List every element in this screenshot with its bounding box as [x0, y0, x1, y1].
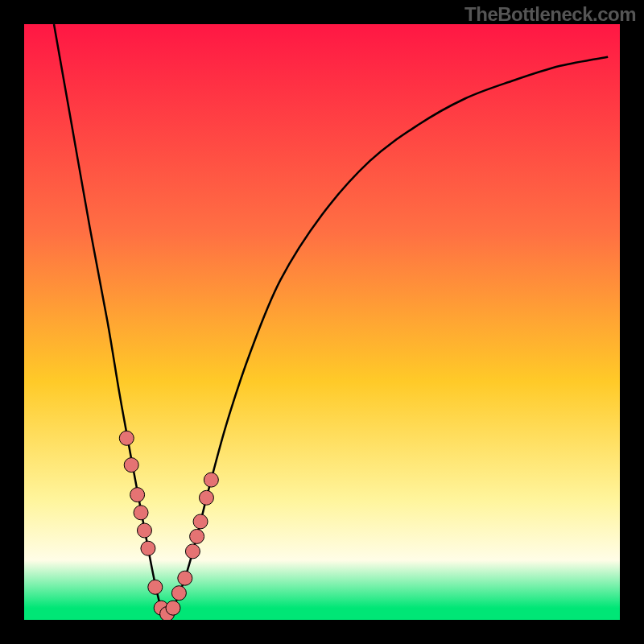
highlight-dot	[193, 514, 208, 529]
gradient-background	[24, 24, 620, 620]
highlight-dot	[171, 586, 186, 601]
highlight-dot	[137, 523, 151, 538]
highlight-dot	[119, 431, 134, 445]
highlight-dot	[199, 490, 213, 505]
chart-frame: TheBottleneck.com	[0, 0, 644, 644]
highlight-dot	[190, 529, 204, 543]
highlight-dot	[130, 488, 145, 502]
highlight-dot	[124, 458, 138, 473]
highlight-dot	[148, 580, 163, 594]
bottleneck-chart	[24, 24, 620, 620]
highlight-dot	[134, 506, 148, 520]
highlight-dot	[185, 544, 200, 559]
highlight-dot	[166, 601, 180, 615]
highlight-dot	[178, 571, 192, 585]
highlight-dot	[141, 541, 155, 555]
highlight-dot	[204, 473, 218, 487]
plot-area	[24, 24, 620, 620]
watermark-label: TheBottleneck.com	[464, 3, 636, 26]
